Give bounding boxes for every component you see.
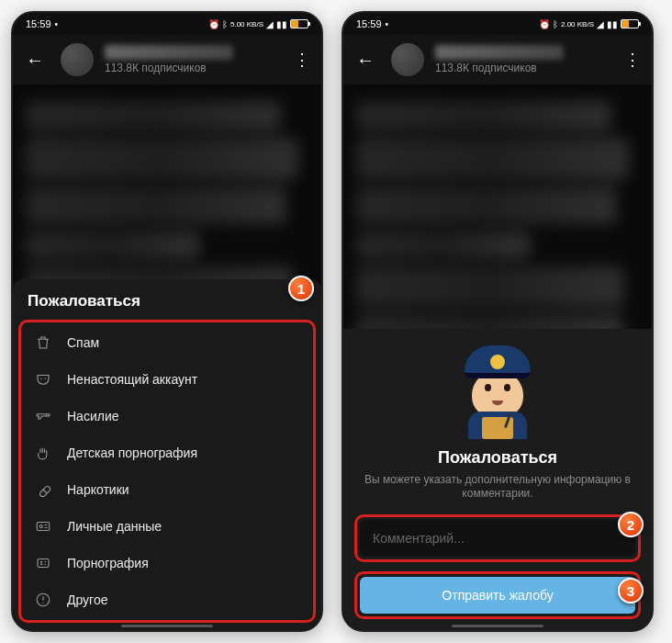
channel-avatar[interactable]: [391, 43, 424, 76]
svg-rect-0: [37, 523, 50, 531]
id-card-icon: [34, 517, 52, 536]
submit-button-highlight: Отправить жалобу 3: [354, 571, 641, 619]
channel-info[interactable]: 113.8К подписчиков: [435, 45, 608, 74]
wifi-icon: ◢: [266, 19, 274, 29]
home-indicator[interactable]: [452, 625, 543, 627]
report-option-label: Наркотики: [67, 482, 129, 497]
mask-icon: [34, 370, 52, 389]
report-option-spam[interactable]: Спам: [21, 324, 313, 361]
notification-dot-icon: •: [55, 19, 59, 29]
panel-subtitle: Вы можете указать дополнительную информа…: [354, 473, 641, 502]
subscriber-count: 113.8К подписчиков: [105, 62, 277, 74]
wifi-icon: ◢: [597, 19, 604, 29]
channel-info[interactable]: 113.8К подписчиков: [105, 45, 277, 74]
report-option-fake-account[interactable]: Ненастоящий аккаунт: [21, 361, 313, 398]
more-options-icon[interactable]: ⋮: [288, 44, 314, 75]
comment-input[interactable]: [360, 520, 635, 557]
report-option-label: Спам: [67, 335, 99, 350]
report-bottom-sheet: Пожаловаться 1 Спам Ненастоящий аккаунт: [13, 279, 321, 630]
home-indicator[interactable]: [121, 625, 213, 627]
phone-screenshot-1: 15:59 • ⏰ ᛒ 5.00 KB/S ◢ ▮▮ ← 113.8К подп…: [11, 11, 323, 632]
svg-rect-2: [38, 559, 49, 568]
gun-icon: [34, 407, 52, 425]
pill-icon: [34, 480, 52, 499]
alert-circle-icon: [34, 591, 52, 609]
status-bar: 15:59 • ⏰ ᛒ 2.00 KB/S ◢ ▮▮: [343, 13, 652, 35]
alarm-icon: ⏰: [539, 19, 550, 29]
report-option-violence[interactable]: Насилие: [21, 398, 313, 434]
chat-header: ← 113.8К подписчиков ⋮: [13, 35, 321, 85]
report-option-label: Порнография: [67, 556, 149, 570]
battery-icon: [290, 19, 308, 28]
network-speed: 5.00 KB/S: [230, 20, 263, 28]
network-speed: 2.00 KB/S: [561, 20, 594, 28]
chat-header: ← 113.8К подписчиков ⋮: [343, 35, 652, 85]
phone-screenshot-2: 15:59 • ⏰ ᛒ 2.00 KB/S ◢ ▮▮ ← 113.8К подп…: [342, 11, 654, 632]
notification-dot-icon: •: [386, 19, 389, 29]
more-options-icon[interactable]: ⋮: [619, 44, 644, 75]
signal-icon: ▮▮: [276, 19, 287, 29]
report-option-label: Личные данные: [67, 519, 162, 534]
report-option-label: Другое: [67, 592, 107, 607]
channel-name-blurred: [435, 45, 564, 60]
bluetooth-icon: ᛒ: [553, 19, 558, 29]
callout-badge-3: 3: [618, 578, 644, 604]
signal-icon: ▮▮: [607, 19, 618, 29]
report-confirm-panel: Пожаловаться Вы можете указать дополните…: [343, 329, 652, 630]
subscriber-count: 113.8К подписчиков: [435, 62, 608, 74]
submit-report-button[interactable]: Отправить жалобу: [360, 577, 635, 614]
report-option-child-abuse[interactable]: Детская порнография: [21, 434, 313, 471]
panel-title: Пожаловаться: [354, 448, 641, 468]
channel-avatar[interactable]: [61, 43, 94, 76]
report-option-drugs[interactable]: Наркотики: [21, 471, 313, 508]
alarm-icon: ⏰: [208, 19, 219, 29]
bluetooth-icon: ᛒ: [222, 19, 228, 29]
report-option-other[interactable]: Другое: [21, 581, 313, 618]
report-option-label: Детская порнография: [67, 446, 197, 460]
sheet-title: Пожаловаться: [13, 279, 321, 320]
report-option-label: Ненастоящий аккаунт: [67, 372, 197, 387]
back-arrow-icon[interactable]: ←: [351, 46, 380, 74]
chat-body: Пожаловаться 1 Спам Ненастоящий аккаунт: [13, 85, 321, 630]
status-bar: 15:59 • ⏰ ᛒ 5.00 KB/S ◢ ▮▮: [13, 13, 321, 35]
report-options-list: Спам Ненастоящий аккаунт Насилие: [18, 320, 316, 623]
back-arrow-icon[interactable]: ←: [20, 46, 50, 74]
report-option-pornography[interactable]: Порнография: [21, 545, 313, 581]
status-time: 15:59: [356, 18, 382, 29]
status-time: 15:59: [26, 18, 51, 29]
report-option-personal-data[interactable]: Личные данные: [21, 508, 313, 545]
callout-badge-1: 1: [288, 276, 314, 301]
comment-field-highlight: 2: [354, 514, 641, 562]
report-option-label: Насилие: [67, 409, 119, 423]
police-officer-icon: [452, 345, 543, 437]
hand-icon: [34, 444, 52, 462]
channel-name-blurred: [105, 45, 233, 60]
battery-icon: [621, 19, 639, 28]
chat-body: Пожаловаться Вы можете указать дополните…: [343, 85, 652, 630]
callout-badge-2: 2: [618, 512, 644, 537]
svg-point-1: [39, 525, 42, 528]
trash-icon: [34, 333, 52, 352]
explicit-icon: [34, 554, 52, 572]
